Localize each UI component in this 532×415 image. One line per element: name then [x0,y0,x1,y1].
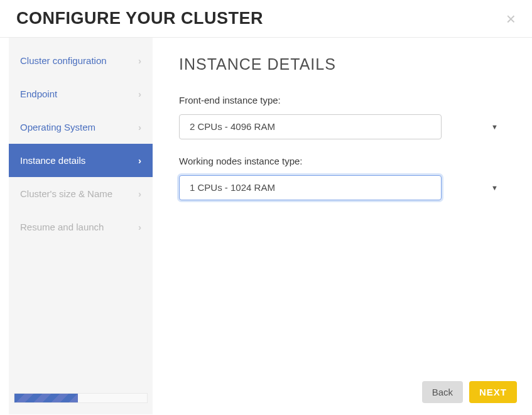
frontend-instance-select-wrap: 2 CPUs - 4096 RAM ▼ [179,114,506,139]
sidebar-item-instance-details[interactable]: Instance details › [9,144,153,177]
footer-actions: Back NEXT [422,381,517,403]
modal-title: CONFIGURE YOUR CLUSTER [16,9,263,28]
sidebar-item-label: Resume and launch [20,222,104,232]
chevron-right-icon: › [138,155,141,166]
chevron-right-icon: › [138,55,141,66]
modal-header: CONFIGURE YOUR CLUSTER × [0,0,532,38]
close-icon[interactable]: × [506,11,516,27]
working-nodes-instance-label: Working nodes instance type: [179,156,506,166]
sidebar-item-label: Operating System [20,122,95,132]
working-nodes-instance-select-wrap: 1 CPUs - 1024 RAM ▼ [179,175,506,200]
chevron-down-icon: ▼ [491,123,498,131]
progress-bar [9,384,153,414]
sidebar-item-cluster-size-name: Cluster's size & Name › [9,177,153,210]
chevron-right-icon: › [138,122,141,132]
modal-body: Cluster configuration › Endpoint › Opera… [0,38,532,414]
sidebar-item-label: Instance details [20,155,85,166]
frontend-instance-select[interactable]: 2 CPUs - 4096 RAM [179,114,442,139]
next-button[interactable]: NEXT [469,381,517,403]
chevron-right-icon: › [138,222,141,232]
frontend-instance-label: Front-end instance type: [179,95,506,105]
sidebar-item-label: Cluster's size & Name [20,188,112,199]
sidebar-item-operating-system[interactable]: Operating System › [9,110,153,144]
wizard-sidebar: Cluster configuration › Endpoint › Opera… [9,38,153,414]
progress-fill [14,394,78,402]
sidebar-items: Cluster configuration › Endpoint › Opera… [9,44,153,384]
sidebar-item-endpoint[interactable]: Endpoint › [9,77,153,110]
chevron-right-icon: › [138,89,141,99]
progress-track [14,393,148,403]
chevron-down-icon: ▼ [491,184,498,191]
content-panel: INSTANCE DETAILS Front-end instance type… [153,38,532,414]
sidebar-item-label: Endpoint [20,89,57,99]
page-title: INSTANCE DETAILS [179,55,506,73]
chevron-right-icon: › [138,188,141,199]
working-nodes-instance-select[interactable]: 1 CPUs - 1024 RAM [179,175,442,200]
sidebar-item-label: Cluster configuration [20,55,107,66]
sidebar-item-resume-launch: Resume and launch › [9,210,153,244]
back-button[interactable]: Back [422,381,463,403]
sidebar-item-cluster-configuration[interactable]: Cluster configuration › [9,44,153,77]
